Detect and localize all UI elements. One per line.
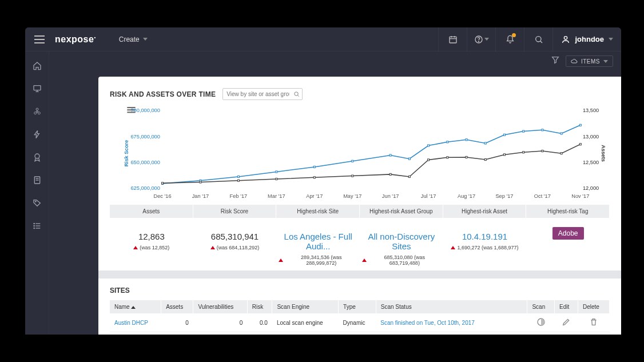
svg-text:Oct '17: Oct '17 (534, 193, 551, 199)
summary-cell: 685,310,941(was 684,118,292) (193, 222, 277, 270)
items-button[interactable]: ITEMS (566, 55, 613, 67)
svg-text:Apr '17: Apr '17 (306, 193, 323, 199)
tag-icon[interactable] (32, 198, 42, 208)
svg-text:Feb '17: Feb '17 (230, 193, 248, 199)
svg-rect-9 (34, 86, 41, 90)
svg-line-28 (298, 95, 299, 96)
sites-col-header[interactable]: Name (110, 300, 161, 313)
svg-rect-78 (447, 157, 448, 158)
svg-text:May '17: May '17 (343, 193, 361, 199)
svg-point-14 (34, 112, 36, 114)
svg-rect-70 (200, 181, 201, 183)
svg-text:700,000,000: 700,000,000 (130, 108, 160, 113)
summary-values: 12,863(was 12,852)685,310,941(was 684,11… (110, 222, 610, 270)
svg-rect-0 (450, 37, 456, 43)
svg-rect-68 (579, 124, 581, 126)
svg-rect-61 (447, 141, 448, 143)
svg-rect-63 (484, 142, 486, 144)
svg-rect-85 (579, 144, 581, 145)
sites-col-header[interactable]: Scan Engine (272, 300, 339, 313)
svg-point-27 (295, 92, 298, 95)
chart-search-input[interactable] (222, 88, 303, 100)
sites-col-header[interactable]: Type (339, 300, 376, 313)
lightning-icon[interactable] (32, 129, 42, 140)
sites-col-header[interactable]: Scan (527, 300, 555, 313)
svg-rect-55 (276, 171, 277, 173)
svg-rect-77 (428, 159, 430, 161)
svg-text:Mar '17: Mar '17 (268, 193, 285, 199)
calendar-icon[interactable] (438, 27, 467, 51)
brand-logo: nexpose• (55, 34, 96, 45)
sites-col-header[interactable]: Edit (555, 300, 578, 313)
scan-status-link[interactable]: Scheduled scan finished on Fri, Nov 3rd,… (376, 332, 527, 335)
edit-icon[interactable] (555, 332, 578, 335)
svg-text:675,000,000: 675,000,000 (130, 134, 160, 140)
svg-text:625,000,000: 625,000,000 (130, 185, 160, 191)
summary-header: Highest-risk Tag (526, 205, 610, 218)
sites-title: SITES (110, 279, 610, 295)
biohazard-icon[interactable] (32, 106, 42, 117)
home-icon[interactable] (32, 61, 42, 71)
svg-rect-66 (542, 129, 543, 131)
card-title-risk: RISK AND ASSETS OVER TIME (110, 90, 216, 98)
svg-text:12,500: 12,500 (583, 160, 599, 165)
svg-rect-58 (389, 154, 391, 156)
monitor-icon[interactable] (32, 83, 42, 94)
summary-cell[interactable]: All non-Discovery Sites685,310,080 (was … (360, 222, 443, 270)
user-icon (561, 35, 570, 44)
sites-col-header[interactable]: Risk (247, 300, 272, 313)
sites-col-header[interactable]: Assets (161, 300, 193, 313)
summary-cell[interactable]: Los Angeles - Full Audi...289,341,536 (w… (276, 222, 360, 270)
document-icon[interactable] (32, 175, 42, 185)
svg-point-13 (36, 108, 38, 110)
edit-icon[interactable] (555, 313, 578, 332)
svg-point-26 (34, 228, 34, 228)
svg-point-25 (34, 225, 34, 226)
scan-icon[interactable] (527, 313, 555, 332)
sidebar (25, 51, 49, 335)
svg-rect-72 (276, 178, 277, 180)
svg-text:Sep '17: Sep '17 (495, 193, 513, 199)
svg-text:Aug '17: Aug '17 (458, 193, 475, 199)
user-menu[interactable]: johndoe (552, 27, 621, 51)
sites-col-header[interactable]: Delete (578, 300, 610, 313)
list-icon[interactable] (32, 221, 42, 231)
svg-rect-71 (237, 180, 239, 181)
svg-text:Dec '16: Dec '16 (153, 193, 171, 199)
search-icon[interactable] (524, 27, 552, 51)
site-name-link[interactable]: Austin DHCP (110, 313, 161, 332)
award-icon[interactable] (32, 152, 42, 162)
bell-icon[interactable] (495, 27, 524, 51)
svg-line-7 (540, 41, 542, 42)
delete-icon[interactable] (578, 332, 610, 335)
svg-rect-64 (503, 134, 505, 136)
table-row: AWS210.0Local scan engineDynamicSchedule… (110, 332, 610, 335)
svg-point-20 (35, 201, 35, 202)
sites-col-header[interactable]: Scan Status (376, 300, 527, 313)
scan-status-link[interactable]: Scan finished on Tue, Oct 10th, 2017 (376, 313, 527, 332)
svg-point-6 (536, 36, 541, 41)
summary-cell[interactable]: 10.4.19.1911,690,272 (was 1,688,977) (443, 222, 527, 270)
notification-badge (512, 33, 516, 37)
summary-headers: AssetsRisk ScoreHighest-risk SiteHighest… (110, 205, 610, 218)
chart-search[interactable] (222, 88, 303, 100)
svg-point-12 (36, 111, 38, 113)
filter-icon[interactable] (551, 55, 560, 67)
help-icon[interactable] (467, 27, 495, 51)
svg-rect-69 (162, 182, 164, 184)
svg-rect-79 (466, 156, 467, 158)
svg-text:Jan '17: Jan '17 (192, 193, 209, 199)
table-row: Austin DHCP000.0Local scan engineDynamic… (110, 313, 610, 332)
create-button[interactable]: Create (119, 35, 148, 43)
svg-rect-62 (466, 139, 467, 141)
sites-col-header[interactable]: Vulnerabilities (193, 300, 247, 313)
svg-text:650,000,000: 650,000,000 (130, 160, 160, 165)
menu-icon[interactable] (34, 35, 45, 43)
svg-rect-56 (313, 166, 315, 168)
scan-icon[interactable] (527, 332, 555, 335)
svg-rect-83 (542, 150, 543, 152)
cloud-icon (571, 58, 578, 65)
site-name-link[interactable]: AWS (110, 332, 161, 335)
svg-rect-74 (352, 175, 353, 177)
delete-icon[interactable] (578, 313, 610, 332)
